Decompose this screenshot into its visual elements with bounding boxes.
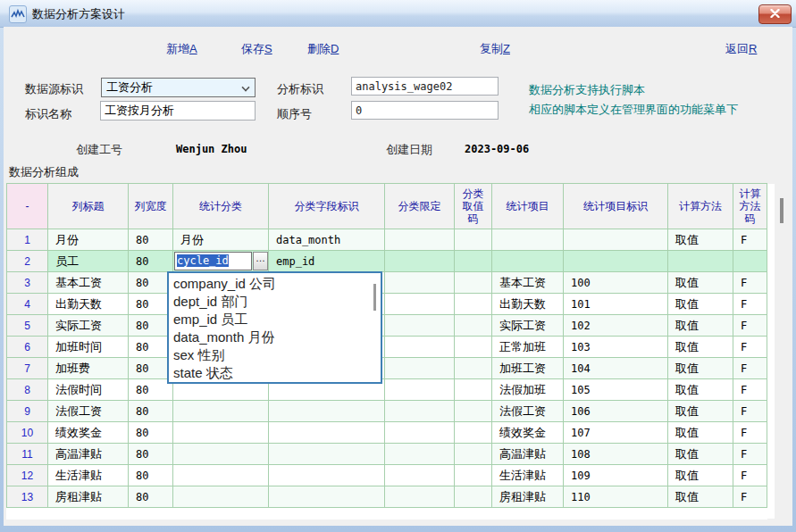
grid-cell[interactable]: 80 (129, 465, 173, 486)
corner-cell[interactable]: - (7, 184, 48, 229)
grid-cell[interactable]: F (733, 486, 767, 508)
grid-cell[interactable]: 加班工资 (492, 358, 564, 379)
grid-cell[interactable] (455, 401, 492, 422)
grid-cell[interactable]: 80 (129, 358, 173, 379)
row-number[interactable]: 13 (7, 486, 48, 508)
grid-cell[interactable] (455, 422, 492, 444)
column-header[interactable]: 列宽度 (129, 184, 173, 229)
grid-cell[interactable] (173, 444, 269, 465)
grid-cell[interactable]: 取值 (668, 337, 733, 358)
grid-cell[interactable] (385, 337, 455, 358)
grid-cell[interactable]: 110 (564, 486, 668, 508)
grid-cell[interactable]: 108 (564, 444, 668, 465)
grid-cell[interactable]: 加班费 (48, 358, 129, 379)
grid-cell[interactable] (173, 486, 269, 508)
row-number[interactable]: 1 (7, 229, 48, 251)
row-number[interactable]: 5 (7, 315, 48, 337)
row-number[interactable]: 9 (7, 401, 48, 422)
grid-cell[interactable]: 取值 (668, 294, 733, 315)
grid-cell[interactable]: 员工 (48, 251, 129, 272)
ellipsis-button[interactable]: … (253, 252, 268, 270)
grid-cell[interactable]: 80 (129, 422, 173, 444)
grid-cell[interactable]: 80 (129, 272, 173, 294)
grid-cell[interactable] (668, 251, 733, 272)
column-header[interactable]: 计算方法码 (733, 184, 767, 229)
grid-cell[interactable]: 绩效奖金 (48, 422, 129, 444)
grid-cell[interactable] (173, 465, 269, 486)
grid-cell[interactable] (564, 229, 668, 251)
name-field[interactable] (100, 101, 256, 121)
grid-cell[interactable]: 80 (129, 315, 173, 337)
grid-cell[interactable]: 出勤天数 (492, 294, 564, 315)
row-number[interactable]: 2 (7, 251, 48, 272)
row-number[interactable]: 11 (7, 444, 48, 465)
grid-cell[interactable] (455, 379, 492, 401)
close-button[interactable] (758, 4, 792, 24)
grid-cell[interactable]: 正常加班 (492, 337, 564, 358)
grid-cell[interactable] (385, 315, 455, 337)
grid-cell[interactable]: 高温津贴 (48, 444, 129, 465)
grid-cell[interactable]: F (733, 465, 767, 486)
grid-cell[interactable]: F (733, 358, 767, 379)
grid-cell[interactable]: 法假加班 (492, 379, 564, 401)
dropdown-item[interactable]: company_id 公司 (173, 275, 381, 293)
row-number[interactable]: 7 (7, 358, 48, 379)
grid-cell[interactable]: 100 (564, 272, 668, 294)
column-header[interactable]: 分类字段标识 (269, 184, 385, 229)
grid-cell[interactable] (385, 358, 455, 379)
grid-cell[interactable]: 取值 (668, 315, 733, 337)
grid-cell[interactable]: 取值 (668, 401, 733, 422)
dropdown-item[interactable]: data_month 月份 (173, 328, 381, 346)
grid-cell[interactable]: F (733, 272, 767, 294)
row-number[interactable]: 6 (7, 337, 48, 358)
grid-cell[interactable]: 104 (564, 358, 668, 379)
grid-cell[interactable]: 加班时间 (48, 337, 129, 358)
grid-cell[interactable]: 取值 (668, 444, 733, 465)
column-header[interactable]: 列标题 (48, 184, 129, 229)
grid-cell[interactable]: 月份 (173, 229, 269, 251)
grid-cell[interactable]: 高温津贴 (492, 444, 564, 465)
grid-cell[interactable] (173, 401, 269, 422)
column-header[interactable]: 统计项目标识 (564, 184, 668, 229)
grid-cell[interactable]: 基本工资 (48, 272, 129, 294)
grid-cell[interactable] (455, 251, 492, 272)
column-header[interactable]: 分类限定 (385, 184, 455, 229)
grid-cell[interactable] (385, 229, 455, 251)
grid-cell[interactable]: 80 (129, 337, 173, 358)
grid-cell[interactable] (455, 465, 492, 486)
grid-cell[interactable] (455, 229, 492, 251)
grid-cell[interactable]: 法假工资 (492, 401, 564, 422)
grid-cell[interactable]: 基本工资 (492, 272, 564, 294)
grid-cell[interactable]: 房租津贴 (48, 486, 129, 508)
grid-cell[interactable]: 绩效奖金 (492, 422, 564, 444)
grid-cell[interactable]: 80 (129, 379, 173, 401)
grid-cell[interactable]: 105 (564, 379, 668, 401)
grid-cell[interactable]: 房租津贴 (492, 486, 564, 508)
seq-field[interactable] (351, 101, 499, 120)
grid-cell[interactable]: 取值 (668, 465, 733, 486)
dropdown-item[interactable]: dept_id 部门 (173, 293, 381, 311)
column-header[interactable]: 分类取值码 (455, 184, 492, 229)
save-button[interactable]: 保存S (241, 41, 272, 57)
grid-cell[interactable]: 出勤天数 (48, 294, 129, 315)
grid-cell[interactable] (269, 465, 385, 486)
grid-cell[interactable] (385, 272, 455, 294)
grid-cell[interactable] (455, 315, 492, 337)
grid-cell[interactable]: 103 (564, 337, 668, 358)
copy-button[interactable]: 复制Z (480, 41, 510, 57)
grid-cell[interactable] (269, 486, 385, 508)
grid-cell[interactable] (385, 251, 455, 272)
column-header[interactable]: 统计分类 (173, 184, 269, 229)
grid-cell[interactable]: F (733, 401, 767, 422)
grid-cell[interactable] (733, 251, 767, 272)
grid-cell[interactable]: 实际工资 (48, 315, 129, 337)
grid-cell[interactable]: 80 (129, 294, 173, 315)
grid-cell[interactable]: 月份 (48, 229, 129, 251)
grid-cell[interactable]: 106 (564, 401, 668, 422)
titlebar[interactable]: 数据分析方案设计 (0, 0, 796, 28)
grid-cell[interactable] (269, 422, 385, 444)
grid-cell[interactable] (564, 251, 668, 272)
grid-cell[interactable] (385, 486, 455, 508)
grid-cell[interactable]: 102 (564, 315, 668, 337)
grid-cell[interactable] (173, 422, 269, 444)
